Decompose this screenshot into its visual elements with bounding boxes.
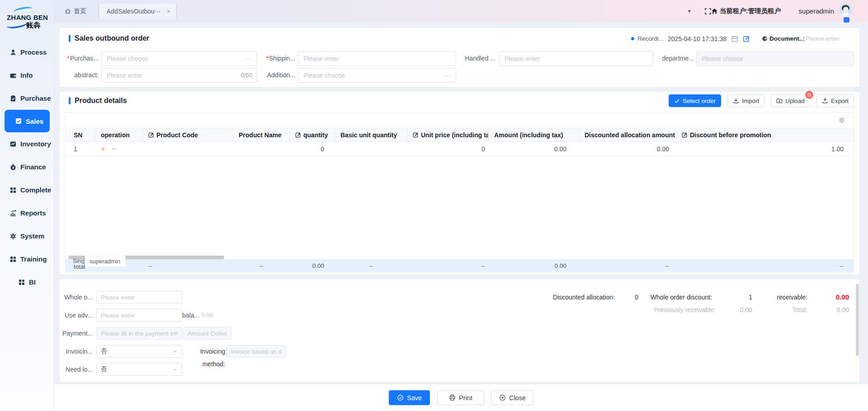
settlement-card: Whole o... Use adv... bala... 0.00 Payme… — [60, 279, 859, 382]
chevron-down-icon — [172, 349, 178, 354]
record-label: Recordi... — [637, 35, 664, 42]
row-product-code[interactable] — [143, 142, 233, 156]
payment-input — [96, 327, 182, 340]
upload-arrow-icon — [822, 98, 828, 104]
handled-label: Handled ... — [439, 51, 495, 66]
print-button[interactable]: Print — [437, 390, 484, 405]
col-unit-price[interactable]: Unit price (including tax) — [407, 128, 489, 141]
ellipsis-icon[interactable]: ··· — [444, 68, 452, 83]
user-icon — [9, 48, 17, 56]
col-quantity[interactable]: quantity — [290, 128, 335, 141]
calendar-icon[interactable] — [731, 35, 738, 42]
col-amount[interactable]: Amount (including tax) — [489, 128, 579, 141]
col-product-name[interactable]: Product Name — [233, 128, 290, 141]
col-product-code[interactable]: Product Code — [143, 128, 233, 141]
money-bag-icon: ¥ — [9, 163, 17, 171]
row-operation: + − — [95, 142, 143, 156]
topbar: 首页 AddSalesOutbou⋯ × ▾ 当前租户:管理员租户 supera… — [54, 0, 868, 22]
sidebar-item-purchase[interactable]: Purchase — [0, 87, 54, 110]
col-operation[interactable]: operation — [95, 128, 143, 141]
sidebar-item-bi[interactable]: BI — [0, 271, 54, 294]
tab-label: AddSalesOutbou⋯ — [107, 8, 161, 15]
table-toolbar — [66, 112, 854, 128]
col-basic-unit-quantity[interactable]: Basic unit quantity — [335, 128, 407, 141]
sidebar-item-training[interactable]: Training — [0, 248, 54, 271]
remove-row-icon[interactable]: − — [112, 145, 116, 153]
col-discounted-allocation[interactable]: Discounted allocation amount — [579, 128, 676, 141]
row-unit-price[interactable]: 0 — [407, 142, 489, 156]
caret-down-icon[interactable]: ▾ — [688, 0, 691, 22]
purchase-input[interactable] — [101, 51, 257, 66]
previously-receivable-value: 0.00 — [725, 305, 752, 314]
col-sn[interactable]: SN — [66, 128, 95, 141]
add-row-icon[interactable]: + — [101, 145, 105, 153]
handled-field — [499, 51, 653, 66]
sidebar-item-label: BI — [29, 278, 36, 286]
fullscreen-icon[interactable] — [704, 0, 712, 22]
need-logistics-value: 否 — [101, 365, 107, 374]
summary-product-name: -- — [233, 259, 290, 272]
invoicing-value: 否 — [101, 347, 107, 355]
vertical-scrollbar[interactable] — [856, 284, 859, 356]
username[interactable]: superadmin — [799, 0, 834, 22]
abstract-input[interactable] — [101, 68, 257, 83]
sidebar-item-label: Info — [20, 71, 33, 79]
current-tenant[interactable]: 当前租户:管理员租户 — [711, 0, 781, 22]
purchase-label: *Purchas... — [60, 51, 99, 66]
edit-cell-icon — [413, 132, 419, 138]
table-action-buttons: Select order Import Upload 0 Export — [669, 94, 854, 107]
avatar[interactable] — [839, 3, 852, 16]
home-filled-icon — [711, 8, 718, 14]
sidebar-item-finance[interactable]: ¥ Finance — [0, 155, 54, 178]
discounted-allocation-value: 0 — [620, 293, 638, 302]
upload-button[interactable]: Upload 0 — [771, 94, 810, 107]
row-discount-before-promotion[interactable]: 1.00 — [676, 142, 854, 156]
close-button[interactable]: Close — [491, 390, 533, 405]
col-discount-before-promotion[interactable]: Discount before promotion — [676, 128, 854, 141]
handled-input[interactable] — [499, 51, 653, 66]
document-input[interactable] — [805, 35, 852, 42]
tab-home[interactable]: 首页 — [65, 0, 86, 22]
sidebar-item-sales[interactable]: Sales — [5, 110, 50, 132]
sidebar-item-reports[interactable]: Reports — [0, 201, 54, 224]
gear-icon — [9, 232, 17, 240]
receivable-value: 0.00 — [817, 293, 849, 302]
close-icon[interactable]: × — [167, 8, 170, 14]
select-order-button[interactable]: Select order — [669, 94, 721, 107]
shipping-input[interactable] — [298, 51, 456, 66]
payment-label: Payment... — [60, 327, 93, 340]
edit-cell-icon — [682, 132, 688, 138]
whole-order-input[interactable] — [96, 291, 182, 304]
department-input — [696, 51, 854, 66]
sidebar-item-complete[interactable]: Complete — [0, 178, 54, 201]
edit-icon[interactable] — [743, 35, 750, 42]
import-button[interactable]: Import — [727, 94, 764, 107]
shipping-field — [298, 51, 456, 66]
floating-widget[interactable] — [844, 17, 849, 23]
chevron-down-icon — [172, 367, 178, 372]
ellipsis-icon[interactable]: ··· — [245, 51, 252, 66]
edit-cell-icon — [295, 132, 301, 138]
clipboard-icon — [9, 94, 17, 102]
save-button[interactable]: Save — [389, 390, 430, 405]
row-sn: 1 — [66, 142, 95, 156]
sidebar-item-system[interactable]: System — [0, 224, 54, 248]
check-circle-icon — [397, 394, 404, 401]
export-button[interactable]: Export — [816, 94, 854, 107]
use-advance-input[interactable] — [96, 309, 182, 322]
addition-label: Addition... — [254, 68, 295, 83]
table-settings-gear-icon[interactable] — [838, 117, 845, 126]
bar-chart-icon — [9, 209, 17, 217]
brand-name-cn: 账犇 — [26, 21, 41, 30]
sidebar-item-process[interactable]: Process — [0, 41, 54, 64]
sidebar-item-inventory[interactable]: Inventory — [0, 132, 54, 155]
need-logistics-select[interactable]: 否 — [96, 363, 182, 376]
summary-quantity: 0.00 — [290, 259, 335, 272]
addition-input[interactable] — [298, 68, 456, 83]
invoicing-select[interactable]: 否 — [96, 345, 182, 358]
row-quantity[interactable]: 0 — [290, 142, 335, 156]
tenant-label: 当前租户:管理员租户 — [720, 7, 781, 15]
whole-order-discount-label: Whole order discount: — [644, 293, 712, 302]
tab-add-sales-outbound[interactable]: AddSalesOutbou⋯ × — [99, 4, 177, 19]
sidebar-item-info[interactable]: Info — [0, 64, 54, 87]
